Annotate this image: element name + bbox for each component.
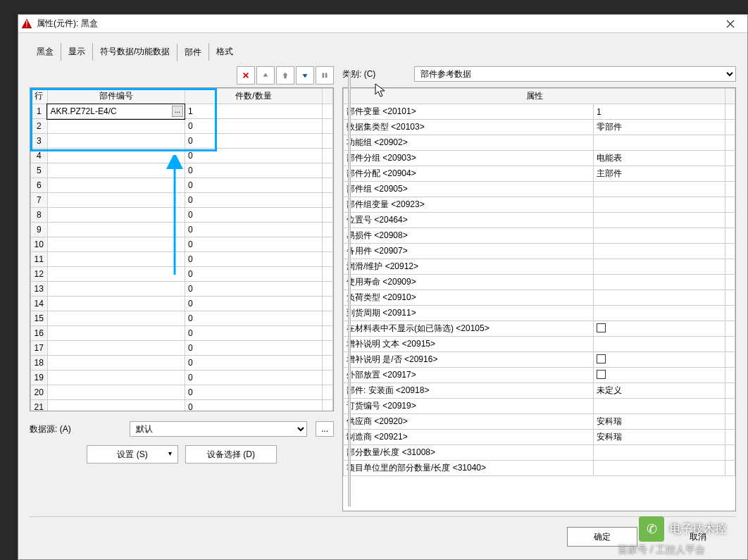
prop-value[interactable]: 未定义 [594,383,725,399]
table-row[interactable]: 190 [31,371,333,385]
table-row[interactable]: 100 [31,237,333,252]
row-number[interactable]: 8 [31,208,48,223]
prop-key[interactable]: 到货周期 <20911> [344,306,594,321]
qty-cell[interactable]: 0 [185,193,322,208]
qty-cell[interactable]: 0 [185,134,322,149]
row-number[interactable]: 3 [31,134,48,149]
prop-value[interactable] [594,213,725,228]
prop-key[interactable]: 润滑/维护 <20912> [344,259,594,275]
prop-key[interactable]: 增补说明 文本 <20915> [344,337,594,352]
datasource-select[interactable]: 默认 [130,421,307,437]
move-top-button[interactable] [276,66,294,85]
property-row[interactable]: 到货周期 <20911> [344,306,735,321]
row-number[interactable]: 16 [31,326,48,341]
move-bottom-button[interactable] [316,66,334,85]
qty-cell[interactable]: 0 [185,223,322,237]
prop-value[interactable] [594,197,725,213]
table-row[interactable]: 40 [31,149,333,163]
table-row[interactable]: 120 [31,267,333,282]
partnum-cell[interactable] [47,371,185,385]
prop-key[interactable]: 供应商 <20920> [344,414,594,430]
property-row[interactable]: 部件变量 <20101>1 [344,104,735,120]
prop-value[interactable] [594,321,725,337]
prop-key[interactable]: 部分数量/长度 <31008> [344,445,594,461]
prop-value[interactable]: 主部件 [594,166,725,182]
prop-key[interactable]: 部件: 安装面 <20918> [344,383,594,399]
row-number[interactable]: 5 [31,163,48,178]
prop-key[interactable]: 部件分配 <20904> [344,166,594,182]
partnum-cell[interactable] [47,237,185,252]
datasource-browse-button[interactable]: ... [316,421,334,437]
partnum-cell[interactable] [47,149,185,163]
row-number[interactable]: 14 [31,297,48,311]
partnum-cell[interactable] [47,208,185,223]
partnum-cell[interactable] [47,134,185,149]
col-row[interactable]: 行 [31,89,48,104]
row-number[interactable]: 10 [31,237,48,252]
property-row[interactable]: 润滑/维护 <20912> [344,259,735,275]
row-number[interactable]: 2 [31,119,48,134]
prop-key[interactable]: 外部放置 <20917> [344,368,594,383]
qty-cell[interactable]: 1 [185,104,322,119]
partnum-cell[interactable] [47,163,185,178]
prop-value[interactable] [594,135,725,151]
row-number[interactable]: 1 [31,104,48,119]
property-row[interactable]: 外部放置 <20917> [344,368,735,383]
prop-value[interactable] [594,461,725,476]
prop-key[interactable]: 备用件 <20907> [344,244,594,259]
prop-value[interactable] [594,306,725,321]
qty-cell[interactable]: 0 [185,178,322,193]
table-row[interactable]: 1AKR.PZ72L-E4/C...1 [31,104,333,119]
parts-table[interactable]: 行 部件编号 件数/数量 1AKR.PZ72L-E4/C...120304050… [30,88,333,411]
property-row[interactable]: 供应商 <20920>安科瑞 [344,414,735,430]
table-row[interactable]: 50 [31,163,333,178]
qty-cell[interactable]: 0 [185,341,322,356]
qty-cell[interactable]: 0 [185,163,322,178]
prop-value[interactable] [594,399,725,414]
table-row[interactable]: 210 [31,400,333,412]
prop-key[interactable]: 部件组变量 <20923> [344,197,594,213]
property-row[interactable]: 部件: 安装面 <20918>未定义 [344,383,735,399]
partnum-cell[interactable] [47,400,185,412]
table-row[interactable]: 80 [31,208,333,223]
prop-value[interactable] [594,337,725,352]
prop-key[interactable]: 数据集类型 <20103> [344,120,594,135]
partnum-cell[interactable] [47,252,185,267]
qty-cell[interactable]: 0 [185,400,322,412]
row-number[interactable]: 4 [31,149,48,163]
row-number[interactable]: 20 [31,385,48,400]
tab-2[interactable]: 符号数据/功能数据 [92,43,177,61]
prop-key[interactable]: 部件分组 <20903> [344,151,594,166]
partnum-cell[interactable] [47,223,185,237]
partnum-cell[interactable] [47,326,185,341]
row-number[interactable]: 19 [31,371,48,385]
prop-key[interactable]: 制造商 <20921> [344,430,594,445]
property-row[interactable]: 增补说明 文本 <20915> [344,337,735,352]
qty-cell[interactable]: 0 [185,356,322,371]
prop-key[interactable]: 负荷类型 <20910> [344,290,594,306]
prop-key[interactable]: 订货编号 <20919> [344,399,594,414]
prop-key[interactable]: 部件变量 <20101> [344,104,594,120]
property-row[interactable]: 制造商 <20921>安科瑞 [344,430,735,445]
qty-cell[interactable]: 0 [185,311,322,326]
col-partnum[interactable]: 部件编号 [47,89,185,104]
browse-part-button[interactable]: ... [172,106,183,117]
splitter[interactable] [348,73,351,506]
partnum-cell[interactable] [47,341,185,356]
prop-value[interactable] [594,368,725,383]
row-number[interactable]: 9 [31,223,48,237]
property-row[interactable]: 位置号 <20464> [344,213,735,228]
qty-cell[interactable]: 0 [185,208,322,223]
prop-value[interactable] [594,352,725,368]
property-row[interactable]: 部件组变量 <20923> [344,197,735,213]
prop-value[interactable]: 1 [594,104,725,120]
partnum-cell[interactable] [47,311,185,326]
partnum-cell[interactable]: AKR.PZ72L-E4/C... [47,104,185,119]
property-row[interactable]: 备用件 <20907> [344,244,735,259]
property-row[interactable]: 订货编号 <20919> [344,399,735,414]
checkbox[interactable] [597,323,606,332]
partnum-cell[interactable] [47,282,185,297]
tab-0[interactable]: 黑盒 [30,43,61,61]
parts-table-wrap[interactable]: 行 部件编号 件数/数量 1AKR.PZ72L-E4/C...120304050… [30,87,334,411]
property-row[interactable]: 部件组 <20905> [344,182,735,197]
